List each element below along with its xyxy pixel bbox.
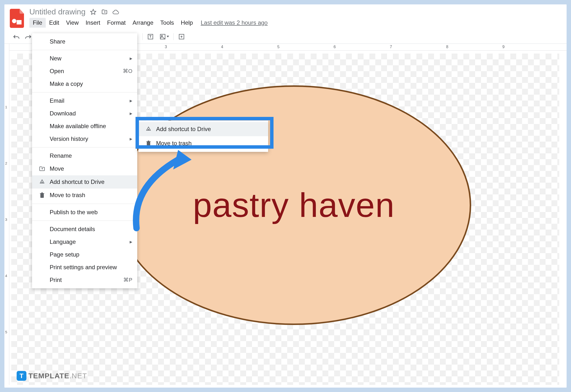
submenu-move-trash[interactable]: Move to trash [139,136,268,150]
dd-share[interactable]: Share [32,35,137,48]
drive-shortcut-icon [145,126,152,133]
watermark-text: TEMPLATE.NET [29,372,87,380]
svg-marker-2 [91,9,96,14]
submenu-add-shortcut[interactable]: Add shortcut to Drive [139,122,268,136]
dd-make-offline[interactable]: Make available offline [32,120,137,133]
app-frame: Untitled drawing File Edit View Insert F… [4,4,567,388]
dd-open[interactable]: Open⌘O [32,65,137,78]
dd-move[interactable]: Move [32,162,137,175]
textbox-button[interactable] [146,32,155,41]
dd-email[interactable]: Email▶ [32,94,137,107]
trash-icon [38,192,46,199]
file-dropdown: Share New▶ Open⌘O Make a copy Email▶ Dow… [32,33,137,288]
dd-print[interactable]: Print⌘P [32,274,137,286]
last-edit-link[interactable]: Last edit was 2 hours ago [200,19,268,26]
dd-download[interactable]: Download▶ [32,107,137,120]
svg-rect-1 [17,20,22,25]
dd-make-copy[interactable]: Make a copy [32,78,137,90]
chevron-right-icon: ▶ [130,99,132,103]
toolbar-separator [173,33,174,40]
redo-button[interactable] [24,32,33,41]
trash-icon [145,140,152,147]
drive-shortcut-icon [38,178,46,186]
dd-version-history[interactable]: Version history▶ [32,133,137,145]
dd-new[interactable]: New▶ [32,52,137,65]
header: Untitled drawing File Edit View Insert F… [4,4,567,28]
menu-tools[interactable]: Tools [157,18,177,28]
move-folder-icon[interactable] [101,9,108,15]
menu-format[interactable]: Format [104,18,129,28]
menu-view[interactable]: View [63,18,82,28]
chevron-right-icon: ▶ [130,112,132,115]
doc-title[interactable]: Untitled drawing [29,7,86,16]
star-icon[interactable] [90,9,97,15]
dd-doc-details[interactable]: Document details [32,223,137,236]
dd-move-trash[interactable]: Move to trash [32,189,137,202]
chevron-right-icon: ▶ [130,240,132,244]
svg-point-5 [161,35,162,36]
dd-language[interactable]: Language▶ [32,236,137,248]
dd-rename[interactable]: Rename [32,149,137,162]
undo-button[interactable] [12,32,21,41]
comment-button[interactable] [177,32,186,41]
watermark-badge: T [17,371,27,381]
svg-point-0 [12,19,16,23]
menu-insert[interactable]: Insert [82,18,104,28]
dd-publish[interactable]: Publish to the web [32,206,137,219]
menu-help[interactable]: Help [177,18,196,28]
dd-add-shortcut[interactable]: Add shortcut to Drive [32,175,137,189]
chevron-right-icon: ▶ [130,56,132,60]
vertical-ruler[interactable]: 1 2 3 4 5 [4,51,9,385]
dd-page-setup[interactable]: Page setup [32,248,137,261]
watermark: T TEMPLATE.NET [17,371,87,381]
image-button[interactable] [158,32,170,41]
chevron-right-icon: ▶ [130,137,132,141]
submenu: Add shortcut to Drive Move to trash [139,121,268,152]
dd-print-settings[interactable]: Print settings and preview [32,261,137,274]
menu-file[interactable]: File [29,18,46,28]
cloud-status-icon[interactable] [112,9,119,15]
toolbar-separator [143,33,143,40]
menubar: File Edit View Insert Format Arrange Too… [29,18,268,28]
folder-move-icon [38,165,46,172]
app-logo [10,9,24,28]
ellipse-text: pastry haven [193,185,395,225]
menu-arrange[interactable]: Arrange [129,18,157,28]
menu-edit[interactable]: Edit [46,18,63,28]
